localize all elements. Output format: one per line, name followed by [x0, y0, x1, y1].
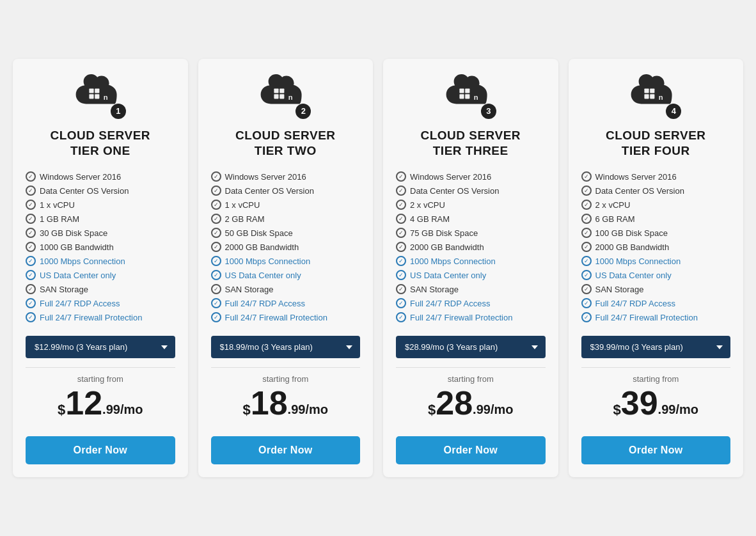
svg-rect-1	[95, 88, 99, 93]
list-item: ✓2 GB RAM	[211, 212, 361, 226]
list-item: ✓1000 Mbps Connection	[396, 254, 546, 268]
plan-select-tier-one[interactable]: $12.99/mo (3 Years plan)	[26, 336, 175, 358]
plan-select-tier-four[interactable]: $39.99/mo (3 Years plan)	[581, 336, 731, 358]
list-item: ✓30 GB Disk Space	[26, 226, 175, 240]
price-cents: .99/mo	[288, 403, 328, 416]
svg-rect-2	[89, 94, 93, 99]
list-item: ✓2 x vCPU	[581, 198, 731, 212]
plan-select-tier-three[interactable]: $28.99/mo (3 Years plan)	[396, 336, 546, 358]
check-icon: ✓	[211, 256, 221, 266]
price-cents: .99/mo	[473, 403, 513, 416]
check-icon: ✓	[581, 242, 592, 252]
list-item: ✓SAN Storage	[211, 282, 361, 296]
check-icon: ✓	[26, 228, 36, 238]
check-icon: ✓	[396, 185, 406, 196]
svg-rect-15	[645, 88, 649, 93]
feature-text: US Data Center only	[225, 271, 301, 280]
check-icon: ✓	[26, 185, 36, 196]
plan-title-tier-three: CLOUD SERVERTIER THREE	[420, 128, 521, 159]
check-icon: ✓	[581, 312, 592, 322]
list-item: ✓Full 24/7 Firewall Protection	[26, 310, 175, 324]
check-icon: ✓	[396, 284, 406, 294]
pricing-grid: n 1 CLOUD SERVERTIER ONE✓Windows Server …	[13, 59, 743, 478]
svg-rect-16	[650, 88, 654, 93]
list-item: ✓1000 Mbps Connection	[581, 254, 731, 268]
check-icon: ✓	[211, 185, 221, 196]
pricing-section-tier-one: starting from $ 12 .99/mo	[26, 367, 175, 429]
list-item: ✓Full 24/7 RDP Access	[211, 296, 361, 310]
check-icon: ✓	[211, 228, 221, 238]
feature-text: Full 24/7 Firewall Protection	[225, 313, 327, 322]
starting-from-label: starting from	[211, 374, 361, 384]
price-dollar: $	[243, 403, 251, 417]
check-icon: ✓	[211, 214, 221, 224]
feature-text: 2 x vCPU	[410, 200, 445, 210]
plan-title-tier-two: CLOUD SERVERTIER TWO	[235, 128, 336, 159]
price-dollar: $	[58, 403, 65, 417]
pricing-section-tier-four: starting from $ 39 .99/mo	[581, 367, 731, 429]
order-now-button-tier-four[interactable]: Order Now	[581, 436, 731, 464]
check-icon: ✓	[581, 284, 592, 294]
check-icon: ✓	[26, 298, 36, 308]
list-item: ✓2000 GB Bandwidth	[396, 240, 546, 254]
list-item: ✓Windows Server 2016	[581, 169, 731, 184]
list-item: ✓Full 24/7 RDP Access	[396, 296, 546, 310]
plan-icon-tier-four: n 4	[630, 74, 681, 119]
feature-text: Full 24/7 RDP Access	[595, 299, 675, 308]
check-icon: ✓	[211, 200, 221, 210]
feature-text: SAN Storage	[225, 285, 274, 294]
plan-card-tier-four: n 4 CLOUD SERVERTIER FOUR✓Windows Server…	[569, 59, 744, 478]
feature-text: 1 GB RAM	[40, 214, 79, 224]
plan-select-tier-two[interactable]: $18.99/mo (3 Years plan)	[211, 336, 361, 358]
feature-list-tier-three: ✓Windows Server 2016✓Data Center OS Vers…	[396, 169, 546, 324]
check-icon: ✓	[211, 298, 221, 308]
feature-text: Data Center OS Version	[595, 186, 684, 196]
feature-text: US Data Center only	[595, 271, 672, 280]
feature-text: US Data Center only	[40, 271, 116, 280]
feature-text: 2000 GB Bandwidth	[225, 242, 299, 252]
svg-rect-5	[274, 88, 279, 93]
check-icon: ✓	[26, 284, 36, 294]
check-icon: ✓	[26, 200, 36, 210]
order-now-button-tier-one[interactable]: Order Now	[26, 436, 175, 464]
feature-list-tier-four: ✓Windows Server 2016✓Data Center OS Vers…	[581, 169, 731, 324]
check-icon: ✓	[211, 171, 221, 182]
feature-text: Windows Server 2016	[225, 172, 306, 182]
price-display: $ 12 .99/mo	[26, 386, 175, 420]
feature-text: 2000 GB Bandwidth	[595, 242, 670, 252]
check-icon: ✓	[211, 312, 221, 322]
list-item: ✓6 GB RAM	[581, 212, 731, 226]
feature-text: US Data Center only	[410, 271, 486, 280]
price-display: $ 18 .99/mo	[211, 386, 361, 420]
plan-card-tier-three: n 3 CLOUD SERVERTIER THREE✓Windows Serve…	[383, 59, 558, 478]
list-item: ✓SAN Storage	[396, 282, 546, 296]
check-icon: ✓	[26, 270, 36, 280]
check-icon: ✓	[581, 256, 592, 266]
feature-text: 4 GB RAM	[410, 214, 450, 224]
check-icon: ✓	[396, 298, 406, 308]
feature-text: Full 24/7 RDP Access	[225, 299, 305, 308]
price-dollar: $	[428, 403, 436, 417]
plan-icon-tier-one: n 1	[75, 74, 126, 119]
svg-rect-6	[280, 88, 284, 93]
order-now-button-tier-two[interactable]: Order Now	[211, 436, 361, 464]
order-now-button-tier-three[interactable]: Order Now	[396, 436, 546, 464]
list-item: ✓1 GB RAM	[26, 212, 175, 226]
tier-badge: 4	[666, 104, 681, 119]
price-main: 12	[65, 386, 102, 420]
list-item: ✓50 GB Disk Space	[211, 226, 361, 240]
svg-text:n: n	[659, 93, 663, 101]
list-item: ✓Full 24/7 Firewall Protection	[396, 310, 546, 324]
list-item: ✓Data Center OS Version	[211, 184, 361, 198]
feature-text: Windows Server 2016	[40, 172, 121, 182]
check-icon: ✓	[396, 312, 406, 322]
price-main: 39	[621, 386, 658, 420]
list-item: ✓Windows Server 2016	[396, 169, 546, 184]
list-item: ✓Data Center OS Version	[26, 184, 175, 198]
feature-text: Windows Server 2016	[595, 172, 677, 182]
feature-text: SAN Storage	[40, 285, 88, 294]
tier-badge: 3	[481, 104, 496, 119]
feature-text: 1 x vCPU	[225, 200, 260, 210]
feature-text: 1000 Mbps Connection	[40, 256, 125, 266]
price-cents: .99/mo	[658, 403, 698, 416]
